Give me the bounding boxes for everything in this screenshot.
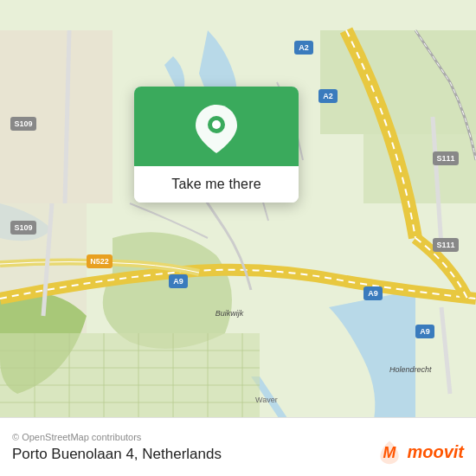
svg-text:Buikwijk: Buikwijk [215, 309, 244, 318]
svg-text:A9: A9 [173, 277, 183, 286]
map-container: A2 A2 A9 A9 A9 N522 S109 S109 S111 S111 … [0, 0, 476, 476]
location-pin-icon [193, 106, 240, 152]
popup-card: Take me there [134, 87, 299, 203]
svg-text:S111: S111 [436, 241, 454, 249]
bottom-bar: © OpenStreetMap contributors Porto Bueno… [0, 417, 476, 476]
take-me-there-button[interactable]: Take me there [171, 177, 261, 192]
svg-text:Waver: Waver [255, 396, 278, 404]
svg-text:A9: A9 [368, 289, 378, 298]
svg-rect-3 [320, 30, 476, 134]
svg-text:M: M [383, 444, 397, 461]
svg-text:S109: S109 [14, 223, 32, 232]
popup-header [134, 87, 299, 166]
moovit-logo: M moovit [376, 438, 464, 466]
svg-point-42 [212, 120, 221, 129]
svg-text:N522: N522 [90, 257, 109, 266]
moovit-icon: M [376, 438, 403, 466]
moovit-brand-text: moovit [407, 442, 464, 462]
svg-text:S111: S111 [436, 154, 454, 163]
svg-text:S109: S109 [14, 119, 32, 128]
popup-button-area[interactable]: Take me there [134, 166, 299, 203]
svg-text:A2: A2 [323, 92, 333, 100]
svg-rect-4 [363, 134, 476, 203]
svg-text:A2: A2 [299, 43, 309, 52]
svg-text:Holendrecht: Holendrecht [389, 365, 432, 374]
svg-text:A9: A9 [420, 327, 430, 336]
